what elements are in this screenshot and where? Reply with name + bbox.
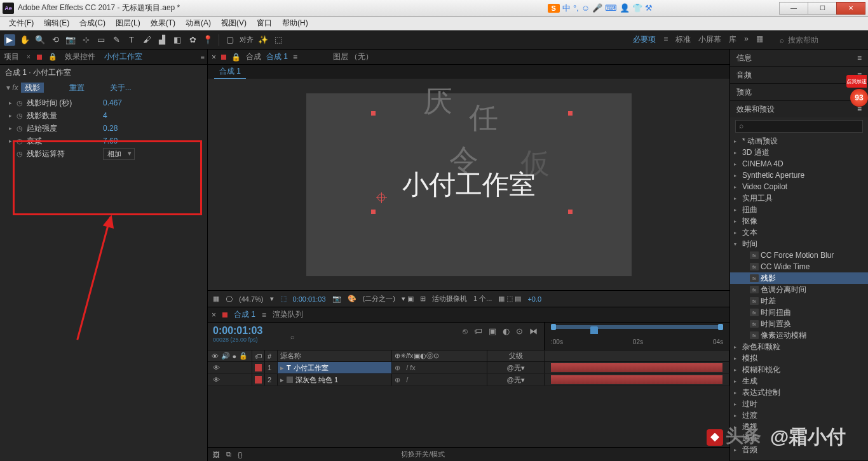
text-tool-icon[interactable]: T	[126, 34, 137, 46]
effects-tree-item[interactable]: fx时间置换	[730, 318, 868, 330]
promo-badge[interactable]: 点我加速 93	[846, 75, 868, 107]
rotate-tool-icon[interactable]: ⟲	[50, 34, 61, 46]
effects-tree-item[interactable]: ▾时间	[730, 238, 868, 250]
comp-tab-name[interactable]: 合成 1	[266, 51, 288, 62]
color-icon[interactable]: 🎨	[348, 295, 356, 303]
effects-tree-item[interactable]: ▸Video Copilot	[730, 181, 868, 192]
eye-icon[interactable]: 👁	[213, 376, 220, 384]
ime-punct-icon[interactable]: °,	[573, 3, 579, 13]
timeline-comp-tab[interactable]: 合成 1	[234, 309, 255, 320]
canvas[interactable]: 厌 任 令 仮 小付工作室	[306, 93, 632, 276]
transform-handle[interactable]	[568, 210, 573, 214]
hand-tool-icon[interactable]: ✋	[19, 34, 31, 46]
menu-view[interactable]: 视图(V)	[216, 16, 252, 30]
effects-tree-item[interactable]: ▸杂色和颗粒	[730, 341, 868, 352]
work-area[interactable]	[551, 325, 723, 329]
panbehind-tool-icon[interactable]: ⊹	[80, 34, 92, 46]
zoom-tool-icon[interactable]: 🔍	[34, 34, 46, 46]
effects-tree-item[interactable]: ▸模拟	[730, 352, 868, 364]
layer-bar[interactable]	[551, 363, 722, 372]
ime-user-icon[interactable]: 👤	[620, 3, 630, 13]
effects-tree[interactable]: ▸* 动画预设▸3D 通道▸CINEMA 4D▸Synthetic Apertu…	[730, 135, 868, 455]
grid-icon[interactable]: ⊞	[420, 295, 426, 303]
channel-icon[interactable]: ▾	[270, 295, 274, 303]
effect-controls-tab-prefix[interactable]: 效果控件	[64, 49, 97, 65]
effects-tree-item[interactable]: ▸CINEMA 4D	[730, 158, 868, 170]
pixel-icon[interactable]: ▦ ⬚ ▤	[498, 295, 521, 303]
tl-icon[interactable]: ⊙	[516, 326, 523, 336]
resolution-dropdown[interactable]: (二分之一)	[363, 294, 395, 304]
ime-lang[interactable]: 中	[562, 3, 571, 14]
menu-edit[interactable]: 编辑(E)	[39, 16, 74, 30]
camera-tool-icon[interactable]: 📷	[65, 34, 76, 46]
eraser-tool-icon[interactable]: ◧	[172, 34, 183, 46]
snap-icon[interactable]: ▢	[224, 34, 236, 46]
effects-tree-item[interactable]: fx像素运动模糊	[730, 330, 868, 341]
canvas-text[interactable]: 小付工作室	[402, 167, 536, 203]
layer-bar[interactable]	[551, 375, 722, 384]
param-value[interactable]: 4	[103, 111, 107, 120]
effects-tree-item[interactable]: ▸过渡	[730, 410, 868, 421]
tl-icon[interactable]: ⎋	[463, 326, 468, 336]
tab-close-icon[interactable]: ×	[212, 311, 216, 319]
effect-name[interactable]: 残影	[21, 83, 44, 93]
minimize-button[interactable]: —	[779, 2, 808, 15]
layer-tab[interactable]: 图层 （无）	[333, 51, 373, 62]
info-panel-header[interactable]: 信息≡	[730, 50, 868, 66]
search-help-input[interactable]	[788, 36, 864, 44]
timeline-ruler[interactable]: :00s 02s 04s	[545, 323, 729, 350]
tl-toggle-icon[interactable]: {}	[238, 451, 242, 458]
tab-close-icon[interactable]: ×	[27, 53, 31, 60]
display-icon[interactable]: 🖵	[226, 295, 233, 303]
effects-tree-item[interactable]: ▸3D 通道	[730, 147, 868, 158]
effects-tree-item[interactable]: fx残影	[730, 272, 868, 284]
layer-switches[interactable]: ⊕ / fx	[392, 362, 487, 373]
ime-face-icon[interactable]: ☺	[581, 3, 590, 13]
snapshot-icon[interactable]: 📷	[332, 295, 341, 303]
panel-menu-icon[interactable]: ≡	[293, 53, 297, 62]
tab-close-icon[interactable]: ×	[212, 53, 216, 62]
panel-menu-icon[interactable]: ≡	[201, 53, 205, 61]
puppet-tool-icon[interactable]: 📍	[202, 34, 214, 46]
effects-tree-item[interactable]: ▸模糊和锐化	[730, 364, 868, 375]
timeline-search-icon[interactable]: ⌕	[290, 333, 295, 340]
effects-tree-item[interactable]: ▸Synthetic Aperture	[730, 170, 868, 181]
menu-animation[interactable]: 动画(A)	[180, 16, 216, 30]
layer-color[interactable]	[255, 364, 262, 371]
effects-tree-item[interactable]: fxCC Force Motion Blur	[730, 250, 868, 261]
mask-icon[interactable]: ⬚	[280, 295, 287, 303]
exposure[interactable]: +0.0	[527, 295, 541, 303]
zoom-dropdown[interactable]: (44.7%)	[239, 295, 264, 303]
operator-dropdown[interactable]: 相加	[103, 148, 135, 160]
workspace-grid-icon[interactable]: ▦	[756, 34, 763, 45]
effects-tree-item[interactable]: ▸表达式控制	[730, 387, 868, 398]
menu-file[interactable]: 文件(F)	[4, 16, 39, 30]
effects-tree-item[interactable]: fx时间扭曲	[730, 307, 868, 318]
effects-tree-item[interactable]: ▸过时	[730, 398, 868, 410]
close-button[interactable]: ✕	[836, 2, 865, 15]
transform-handle[interactable]	[568, 111, 573, 116]
anchor-point-icon[interactable]	[377, 194, 385, 201]
effect-about[interactable]: 关于...	[110, 83, 132, 93]
camera-dropdown[interactable]: 活动摄像机	[432, 294, 467, 304]
mask-icon[interactable]: ⬚	[273, 34, 284, 46]
parent-dropdown[interactable]: 无	[514, 363, 521, 373]
stopwatch-icon[interactable]: ◷	[17, 124, 27, 133]
parent-pickwhip-icon[interactable]: @	[506, 376, 513, 384]
roto-tool-icon[interactable]: ✿	[187, 34, 198, 46]
current-time[interactable]: 0:00:01:03	[293, 295, 326, 303]
effect-controls-tab-name[interactable]: 小付工作室	[103, 49, 144, 65]
ime-keyboard-icon[interactable]: ⌨	[605, 3, 617, 13]
tl-icon[interactable]: ◐	[503, 326, 510, 336]
layer-name[interactable]: 小付工作室	[294, 363, 329, 373]
param-value[interactable]: 0.467	[103, 98, 122, 107]
menu-composition[interactable]: 合成(C)	[74, 16, 111, 30]
param-value[interactable]: 7.69	[103, 137, 118, 145]
views-dropdown[interactable]: 1 个...	[473, 294, 492, 304]
effects-tree-item[interactable]: fx时差	[730, 295, 868, 307]
project-tab[interactable]: 项目	[3, 49, 20, 65]
tl-icon[interactable]: 🏷	[474, 326, 482, 336]
stopwatch-icon[interactable]: ◷	[17, 137, 27, 145]
composition-viewer[interactable]: 厌 任 令 仮 小付工作室	[208, 79, 729, 290]
layer-switches[interactable]: ⊕ /	[392, 374, 487, 385]
